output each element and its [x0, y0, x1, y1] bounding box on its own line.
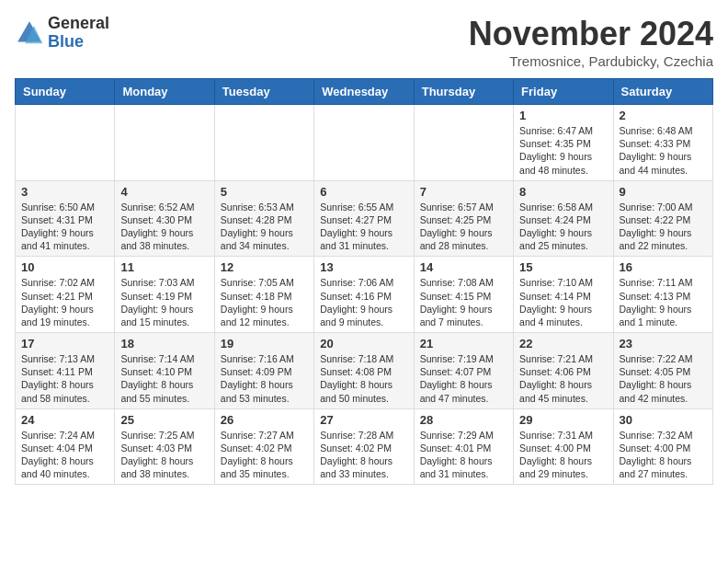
day-info: Sunrise: 6:55 AMSunset: 4:27 PMDaylight:…	[320, 201, 407, 253]
calendar-cell: 11Sunrise: 7:03 AMSunset: 4:19 PMDayligh…	[115, 257, 214, 333]
day-info: Sunrise: 7:08 AMSunset: 4:15 PMDaylight:…	[420, 276, 507, 328]
calendar-cell: 1Sunrise: 6:47 AMSunset: 4:35 PMDaylight…	[514, 105, 613, 181]
day-info: Sunrise: 7:02 AMSunset: 4:21 PMDaylight:…	[21, 276, 108, 328]
week-row-2: 3Sunrise: 6:50 AMSunset: 4:31 PMDaylight…	[16, 180, 713, 257]
day-header-thursday: Thursday	[414, 79, 513, 105]
day-info: Sunrise: 7:21 AMSunset: 4:06 PMDaylight:…	[519, 352, 607, 405]
day-number: 14	[420, 260, 507, 274]
calendar-cell: 15Sunrise: 7:10 AMSunset: 4:14 PMDayligh…	[514, 257, 613, 333]
day-header-tuesday: Tuesday	[214, 79, 313, 105]
day-number: 11	[120, 260, 208, 274]
day-info: Sunrise: 7:16 AMSunset: 4:09 PMDaylight:…	[221, 352, 308, 405]
week-row-1: 1Sunrise: 6:47 AMSunset: 4:35 PMDaylight…	[16, 105, 713, 181]
location-subtitle: Tremosnice, Pardubicky, Czechia	[469, 53, 713, 69]
day-number: 27	[320, 413, 407, 427]
calendar-cell: 3Sunrise: 6:50 AMSunset: 4:31 PMDaylight…	[16, 180, 115, 257]
calendar-cell: 14Sunrise: 7:08 AMSunset: 4:15 PMDayligh…	[414, 257, 513, 333]
calendar-cell: 27Sunrise: 7:28 AMSunset: 4:02 PMDayligh…	[314, 408, 414, 485]
day-number: 9	[620, 185, 707, 199]
week-row-4: 17Sunrise: 7:13 AMSunset: 4:11 PMDayligh…	[16, 333, 713, 409]
day-info: Sunrise: 7:06 AMSunset: 4:16 PMDaylight:…	[320, 276, 407, 328]
logo: General Blue	[15, 15, 109, 52]
day-info: Sunrise: 7:24 AMSunset: 4:04 PMDaylight:…	[21, 429, 108, 481]
calendar-cell	[314, 105, 414, 181]
month-title: November 2024	[469, 15, 713, 53]
day-number: 24	[21, 413, 108, 427]
calendar-cell: 24Sunrise: 7:24 AMSunset: 4:04 PMDayligh…	[16, 408, 115, 485]
day-info: Sunrise: 7:13 AMSunset: 4:11 PMDaylight:…	[21, 352, 108, 405]
day-info: Sunrise: 7:29 AMSunset: 4:01 PMDaylight:…	[420, 429, 507, 481]
calendar-cell: 19Sunrise: 7:16 AMSunset: 4:09 PMDayligh…	[214, 333, 313, 409]
day-header-wednesday: Wednesday	[314, 79, 414, 105]
day-number: 21	[420, 337, 507, 350]
day-number: 1	[519, 109, 607, 122]
day-number: 23	[620, 337, 707, 350]
day-header-sunday: Sunday	[16, 79, 115, 105]
days-header-row: SundayMondayTuesdayWednesdayThursdayFrid…	[16, 79, 713, 105]
day-info: Sunrise: 7:22 AMSunset: 4:05 PMDaylight:…	[620, 352, 707, 405]
day-info: Sunrise: 7:32 AMSunset: 4:00 PMDaylight:…	[620, 429, 707, 481]
calendar-table: SundayMondayTuesdayWednesdayThursdayFrid…	[15, 78, 713, 485]
day-info: Sunrise: 6:52 AMSunset: 4:30 PMDaylight:…	[120, 201, 208, 253]
calendar-cell: 10Sunrise: 7:02 AMSunset: 4:21 PMDayligh…	[16, 257, 115, 333]
day-number: 19	[221, 337, 308, 350]
calendar-cell	[16, 105, 115, 181]
day-number: 6	[320, 185, 407, 199]
day-number: 25	[120, 413, 208, 427]
calendar-cell: 20Sunrise: 7:18 AMSunset: 4:08 PMDayligh…	[314, 333, 414, 409]
calendar-cell: 2Sunrise: 6:48 AMSunset: 4:33 PMDaylight…	[613, 105, 712, 181]
logo-text: General Blue	[48, 15, 109, 52]
calendar-cell: 5Sunrise: 6:53 AMSunset: 4:28 PMDaylight…	[214, 180, 313, 257]
calendar-cell: 28Sunrise: 7:29 AMSunset: 4:01 PMDayligh…	[414, 408, 513, 485]
day-info: Sunrise: 7:05 AMSunset: 4:18 PMDaylight:…	[221, 276, 308, 328]
day-number: 7	[420, 185, 507, 199]
day-number: 4	[120, 185, 208, 199]
calendar-cell: 8Sunrise: 6:58 AMSunset: 4:24 PMDaylight…	[514, 180, 613, 257]
calendar-cell: 12Sunrise: 7:05 AMSunset: 4:18 PMDayligh…	[214, 257, 313, 333]
day-header-saturday: Saturday	[613, 79, 712, 105]
day-info: Sunrise: 7:18 AMSunset: 4:08 PMDaylight:…	[320, 352, 407, 405]
day-info: Sunrise: 7:14 AMSunset: 4:10 PMDaylight:…	[120, 352, 208, 405]
calendar-cell	[115, 105, 214, 181]
day-number: 22	[519, 337, 607, 350]
day-info: Sunrise: 6:58 AMSunset: 4:24 PMDaylight:…	[519, 201, 607, 253]
day-number: 2	[620, 109, 707, 122]
day-number: 10	[21, 260, 108, 274]
day-number: 5	[221, 185, 308, 199]
day-number: 29	[519, 413, 607, 427]
day-info: Sunrise: 6:47 AMSunset: 4:35 PMDaylight:…	[519, 124, 607, 177]
calendar-cell: 7Sunrise: 6:57 AMSunset: 4:25 PMDaylight…	[414, 180, 513, 257]
day-number: 26	[221, 413, 308, 427]
logo-icon	[15, 18, 44, 48]
day-info: Sunrise: 6:50 AMSunset: 4:31 PMDaylight:…	[21, 201, 108, 253]
calendar-cell: 6Sunrise: 6:55 AMSunset: 4:27 PMDaylight…	[314, 180, 414, 257]
day-number: 30	[620, 413, 707, 427]
day-info: Sunrise: 6:48 AMSunset: 4:33 PMDaylight:…	[620, 124, 707, 177]
calendar-cell: 16Sunrise: 7:11 AMSunset: 4:13 PMDayligh…	[613, 257, 712, 333]
calendar-cell: 17Sunrise: 7:13 AMSunset: 4:11 PMDayligh…	[16, 333, 115, 409]
day-number: 3	[21, 185, 108, 199]
day-info: Sunrise: 7:25 AMSunset: 4:03 PMDaylight:…	[120, 429, 208, 481]
day-number: 17	[21, 337, 108, 350]
calendar-cell: 30Sunrise: 7:32 AMSunset: 4:00 PMDayligh…	[613, 408, 712, 485]
day-number: 12	[221, 260, 308, 274]
calendar-cell: 23Sunrise: 7:22 AMSunset: 4:05 PMDayligh…	[613, 333, 712, 409]
calendar-cell: 21Sunrise: 7:19 AMSunset: 4:07 PMDayligh…	[414, 333, 513, 409]
day-number: 20	[320, 337, 407, 350]
day-info: Sunrise: 7:19 AMSunset: 4:07 PMDaylight:…	[420, 352, 507, 405]
calendar-cell	[214, 105, 313, 181]
day-number: 8	[519, 185, 607, 199]
calendar-cell: 22Sunrise: 7:21 AMSunset: 4:06 PMDayligh…	[514, 333, 613, 409]
day-info: Sunrise: 7:10 AMSunset: 4:14 PMDaylight:…	[519, 276, 607, 328]
logo-general: General	[48, 14, 109, 32]
day-number: 28	[420, 413, 507, 427]
day-info: Sunrise: 7:31 AMSunset: 4:00 PMDaylight:…	[519, 429, 607, 481]
day-info: Sunrise: 6:53 AMSunset: 4:28 PMDaylight:…	[221, 201, 308, 253]
logo-blue: Blue	[48, 32, 84, 51]
week-row-5: 24Sunrise: 7:24 AMSunset: 4:04 PMDayligh…	[16, 408, 713, 485]
day-header-friday: Friday	[514, 79, 613, 105]
calendar-cell: 26Sunrise: 7:27 AMSunset: 4:02 PMDayligh…	[214, 408, 313, 485]
calendar-cell: 25Sunrise: 7:25 AMSunset: 4:03 PMDayligh…	[115, 408, 214, 485]
day-info: Sunrise: 6:57 AMSunset: 4:25 PMDaylight:…	[420, 201, 507, 253]
day-info: Sunrise: 7:11 AMSunset: 4:13 PMDaylight:…	[620, 276, 707, 328]
